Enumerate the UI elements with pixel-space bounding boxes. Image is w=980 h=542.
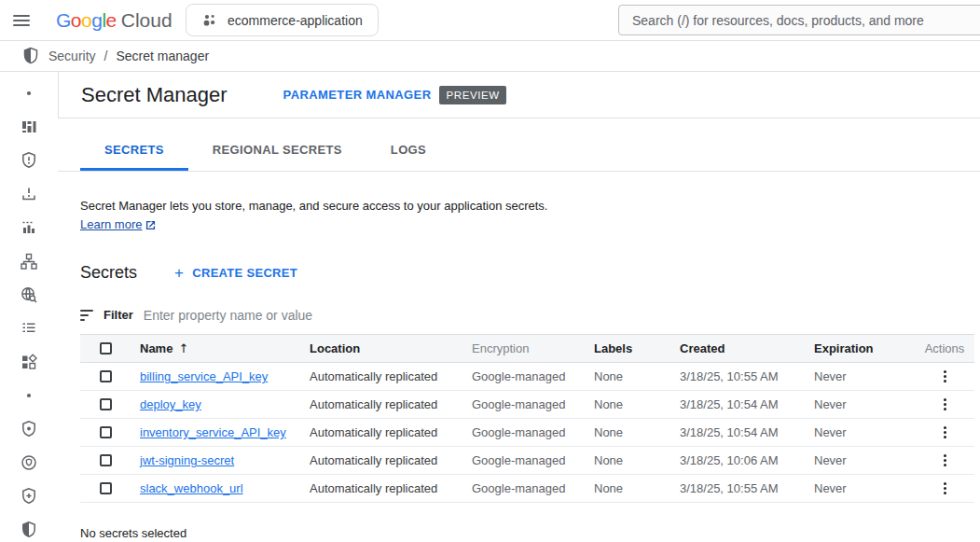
shield-plus-icon[interactable] bbox=[20, 487, 38, 506]
cell-labels: None bbox=[594, 397, 680, 411]
cell-encryption: Google-managed bbox=[472, 369, 594, 383]
tab-secrets[interactable]: SECRETS bbox=[80, 143, 188, 171]
cell-expiration: Never bbox=[814, 425, 915, 439]
cell-encryption: Google-managed bbox=[472, 425, 594, 439]
learn-more-label: Learn more bbox=[80, 215, 142, 234]
cell-labels: None bbox=[594, 453, 680, 467]
filter-icon bbox=[80, 310, 93, 321]
name-header-label: Name bbox=[140, 341, 173, 355]
cell-expiration: Never bbox=[814, 369, 915, 383]
security-shield-icon[interactable] bbox=[20, 521, 38, 539]
filter-bar: Filter bbox=[80, 302, 980, 327]
row-checkbox[interactable] bbox=[100, 482, 112, 494]
row-actions-menu-icon[interactable] bbox=[936, 479, 954, 498]
cell-created: 3/18/25, 10:06 AM bbox=[680, 453, 814, 467]
table-row: jwt-signing-secret Automatically replica… bbox=[80, 447, 974, 475]
row-actions-menu-icon[interactable] bbox=[936, 395, 954, 414]
cell-encryption: Google-managed bbox=[472, 453, 594, 467]
row-checkbox[interactable] bbox=[100, 398, 112, 410]
cell-labels: None bbox=[594, 425, 680, 439]
project-name: ecommerce-application bbox=[228, 13, 363, 28]
learn-more-link[interactable]: Learn more bbox=[80, 215, 156, 234]
sort-ascending-icon: ↑ bbox=[178, 341, 188, 355]
network-icon[interactable] bbox=[20, 252, 38, 271]
compliance-icon[interactable] bbox=[20, 453, 38, 472]
column-header-location[interactable]: Location bbox=[310, 341, 472, 355]
google-cloud-logo[interactable]: Google Cloud bbox=[56, 9, 173, 32]
secrets-section-header: Secrets + CREATE SECRET bbox=[80, 263, 980, 283]
search-box bbox=[618, 5, 980, 35]
cell-location: Automatically replicated bbox=[310, 481, 472, 495]
dot-icon[interactable] bbox=[20, 84, 38, 103]
bar-chart-icon[interactable] bbox=[20, 218, 38, 237]
intro-description: Secret Manager lets you store, manage, a… bbox=[80, 197, 980, 215]
blocks-icon[interactable] bbox=[20, 118, 38, 136]
parameter-manager-link[interactable]: PARAMETER MANAGER bbox=[283, 88, 432, 102]
breadcrumb-separator: / bbox=[104, 49, 108, 63]
menu-icon[interactable] bbox=[0, 0, 43, 41]
logo-cloud-text: Cloud bbox=[121, 9, 173, 32]
cell-labels: None bbox=[594, 481, 680, 495]
breadcrumb: Security / Secret manager bbox=[0, 41, 980, 72]
top-bar: Google Cloud ecommerce-application bbox=[0, 0, 980, 41]
globe-search-icon[interactable] bbox=[20, 285, 38, 304]
dot-icon[interactable] bbox=[20, 386, 38, 405]
cell-created: 3/18/25, 10:54 AM bbox=[680, 425, 814, 439]
logo-letter: g bbox=[91, 9, 102, 32]
intro-text: Secret Manager lets you store, manage, a… bbox=[80, 197, 980, 234]
row-checkbox[interactable] bbox=[100, 370, 112, 382]
secret-link[interactable]: slack_webhook_url bbox=[140, 481, 243, 495]
search-input[interactable] bbox=[619, 13, 980, 28]
create-secret-label: CREATE SECRET bbox=[192, 266, 297, 280]
filter-label: Filter bbox=[104, 308, 133, 322]
logo-letter: o bbox=[81, 9, 91, 32]
cell-location: Automatically replicated bbox=[310, 369, 472, 383]
table-header-row: Name↑ Location Encryption Labels Created… bbox=[80, 335, 974, 363]
row-actions-menu-icon[interactable] bbox=[936, 367, 954, 386]
shield-dot-icon[interactable] bbox=[20, 420, 38, 438]
create-secret-button[interactable]: + CREATE SECRET bbox=[174, 265, 297, 281]
column-header-labels[interactable]: Labels bbox=[594, 341, 680, 355]
table-row: inventory_service_API_key Automatically … bbox=[80, 419, 974, 447]
tab-regional-secrets[interactable]: REGIONAL SECRETS bbox=[188, 143, 366, 171]
filter-input[interactable] bbox=[144, 308, 535, 323]
secrets-table: Name↑ Location Encryption Labels Created… bbox=[80, 334, 974, 503]
logo-letter: o bbox=[71, 9, 81, 32]
tray-alert-icon[interactable] bbox=[20, 185, 38, 203]
cell-location: Automatically replicated bbox=[310, 397, 472, 411]
cell-created: 3/18/25, 10:54 AM bbox=[680, 397, 814, 411]
project-selector[interactable]: ecommerce-application bbox=[186, 4, 379, 36]
cell-expiration: Never bbox=[814, 397, 915, 411]
select-all-checkbox[interactable] bbox=[100, 342, 112, 354]
column-header-name[interactable]: Name↑ bbox=[140, 341, 310, 355]
column-header-encryption: Encryption bbox=[472, 341, 594, 355]
breadcrumb-page: Secret manager bbox=[116, 49, 209, 63]
cell-expiration: Never bbox=[814, 481, 915, 495]
column-header-actions: Actions bbox=[915, 341, 974, 355]
page-header: Secret Manager PARAMETER MANAGER PREVIEW bbox=[58, 72, 980, 118]
row-actions-menu-icon[interactable] bbox=[936, 423, 954, 442]
tab-logs[interactable]: LOGS bbox=[366, 143, 450, 171]
secret-link[interactable]: deploy_key bbox=[140, 397, 201, 411]
logo-letter: e bbox=[106, 9, 117, 32]
table-row: slack_webhook_url Automatically replicat… bbox=[80, 475, 974, 503]
column-header-created[interactable]: Created bbox=[680, 341, 814, 355]
row-actions-menu-icon[interactable] bbox=[936, 451, 954, 470]
column-header-expiration[interactable]: Expiration bbox=[814, 341, 915, 355]
cell-expiration: Never bbox=[814, 453, 915, 467]
plus-icon: + bbox=[174, 265, 184, 281]
secret-link[interactable]: inventory_service_API_key bbox=[140, 425, 286, 439]
selection-status: No secrets selected bbox=[80, 526, 980, 540]
row-checkbox[interactable] bbox=[100, 454, 112, 466]
breadcrumb-security[interactable]: Security bbox=[48, 49, 96, 63]
secret-link[interactable]: jwt-signing-secret bbox=[140, 453, 234, 467]
widgets-icon[interactable] bbox=[20, 353, 38, 371]
cell-location: Automatically replicated bbox=[310, 453, 472, 467]
list-icon[interactable] bbox=[20, 319, 38, 338]
row-checkbox[interactable] bbox=[100, 426, 112, 438]
secret-link[interactable]: billing_service_API_key bbox=[140, 369, 268, 383]
tab-bar: SECRETS REGIONAL SECRETS LOGS bbox=[58, 118, 980, 172]
table-row: deploy_key Automatically replicated Goog… bbox=[80, 391, 974, 419]
cell-location: Automatically replicated bbox=[310, 425, 472, 439]
shield-alert-icon[interactable] bbox=[20, 151, 38, 170]
